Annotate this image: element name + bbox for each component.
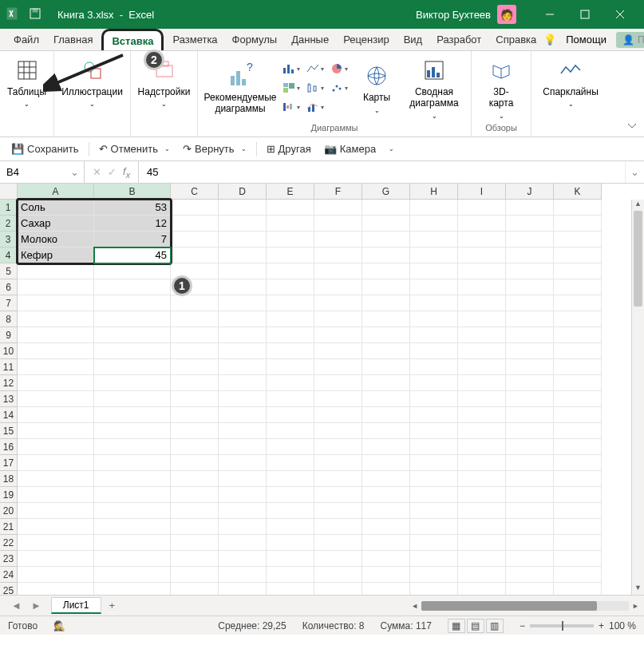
cell[interactable] <box>267 503 314 519</box>
zoom-in-button[interactable]: + <box>599 620 604 631</box>
cell[interactable] <box>554 519 602 535</box>
cell[interactable] <box>219 311 267 327</box>
cell[interactable] <box>458 200 506 216</box>
cell[interactable] <box>219 503 267 519</box>
page-break-view-button[interactable]: ▥ <box>486 619 504 633</box>
cell[interactable] <box>362 200 410 216</box>
col-header-k[interactable]: K <box>554 184 602 200</box>
cell[interactable] <box>267 551 314 567</box>
cell[interactable] <box>506 471 554 487</box>
cell[interactable] <box>171 295 219 311</box>
cell[interactable] <box>18 295 94 311</box>
cell[interactable] <box>171 487 219 503</box>
cell[interactable] <box>267 439 314 455</box>
cell[interactable] <box>506 263 554 279</box>
cell[interactable] <box>219 200 267 216</box>
cell[interactable] <box>362 407 410 423</box>
save-button[interactable]: 💾Сохранить <box>8 141 82 156</box>
cell[interactable] <box>554 343 602 359</box>
cell[interactable] <box>506 232 554 247</box>
cell[interactable] <box>267 375 314 391</box>
cell[interactable] <box>458 311 506 327</box>
row-header[interactable]: 15 <box>0 423 18 439</box>
cell[interactable] <box>554 551 602 567</box>
cell[interactable] <box>410 247 458 263</box>
zoom-slider[interactable] <box>530 624 594 627</box>
tab-developer[interactable]: Разработ <box>429 29 488 50</box>
scatter-chart-button[interactable] <box>329 80 350 96</box>
row-header[interactable]: 8 <box>0 311 18 327</box>
cell[interactable] <box>458 471 506 487</box>
cell[interactable] <box>554 567 602 583</box>
row-header[interactable]: 24 <box>0 567 18 583</box>
close-button[interactable] <box>603 0 638 29</box>
col-header-f[interactable]: F <box>314 184 362 200</box>
cell[interactable] <box>362 567 410 583</box>
col-header-d[interactable]: D <box>219 184 267 200</box>
collapse-ribbon-button[interactable] <box>626 120 638 133</box>
cell[interactable] <box>314 471 362 487</box>
cell[interactable] <box>219 567 267 583</box>
cell[interactable] <box>314 535 362 551</box>
cell[interactable] <box>410 455 458 471</box>
cell[interactable] <box>267 471 314 487</box>
cell[interactable] <box>314 263 362 279</box>
cell[interactable] <box>267 327 314 343</box>
name-box[interactable]: B4 <box>0 161 85 183</box>
cell[interactable] <box>171 375 219 391</box>
cell[interactable] <box>362 295 410 311</box>
cell[interactable] <box>18 407 94 423</box>
cell[interactable] <box>410 200 458 216</box>
cell[interactable] <box>94 583 171 595</box>
cell[interactable] <box>314 359 362 375</box>
cell[interactable] <box>219 232 267 247</box>
cell[interactable] <box>171 216 219 232</box>
cell[interactable] <box>171 519 219 535</box>
cell[interactable] <box>94 343 171 359</box>
tab-home[interactable]: Главная <box>46 29 100 50</box>
cell[interactable] <box>18 583 94 595</box>
row-header[interactable]: 2 <box>0 216 18 232</box>
cell[interactable] <box>314 216 362 232</box>
row-header[interactable]: 16 <box>0 439 18 455</box>
cell[interactable] <box>171 423 219 439</box>
cell[interactable] <box>506 407 554 423</box>
cell[interactable] <box>554 487 602 503</box>
row-header[interactable]: 18 <box>0 471 18 487</box>
tab-view[interactable]: Вид <box>397 29 430 50</box>
cell[interactable] <box>506 583 554 595</box>
row-header[interactable]: 22 <box>0 535 18 551</box>
cell[interactable] <box>94 263 171 279</box>
cell[interactable] <box>219 327 267 343</box>
cell[interactable] <box>94 487 171 503</box>
cell[interactable] <box>554 391 602 407</box>
col-header-b[interactable]: B <box>94 184 171 200</box>
col-header-h[interactable]: H <box>410 184 458 200</box>
cell[interactable] <box>219 519 267 535</box>
row-header[interactable]: 1 <box>0 200 18 216</box>
cell[interactable] <box>410 567 458 583</box>
cell[interactable] <box>554 503 602 519</box>
cell[interactable] <box>554 583 602 595</box>
cell[interactable] <box>410 407 458 423</box>
scroll-thumb[interactable] <box>634 211 642 307</box>
cell[interactable] <box>171 503 219 519</box>
cell[interactable] <box>94 551 171 567</box>
cell[interactable] <box>219 439 267 455</box>
cell[interactable] <box>267 407 314 423</box>
cell[interactable] <box>219 263 267 279</box>
cell[interactable] <box>554 247 602 263</box>
cell[interactable] <box>219 295 267 311</box>
cell[interactable] <box>171 439 219 455</box>
row-header[interactable]: 9 <box>0 327 18 343</box>
cell[interactable] <box>554 423 602 439</box>
cell[interactable] <box>410 471 458 487</box>
cell[interactable] <box>506 439 554 455</box>
cell[interactable] <box>267 535 314 551</box>
cell[interactable] <box>314 567 362 583</box>
cell[interactable] <box>362 375 410 391</box>
maps-button[interactable]: Карты⌄ <box>354 60 399 117</box>
cell[interactable] <box>219 407 267 423</box>
cell[interactable] <box>314 232 362 247</box>
cell[interactable] <box>410 519 458 535</box>
